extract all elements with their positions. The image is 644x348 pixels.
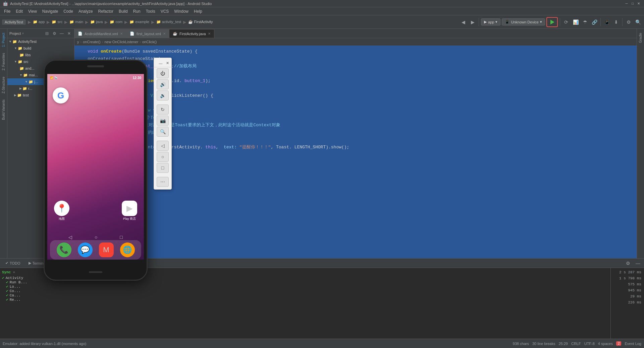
sidebar-tab-structure[interactable]: Z-Structure [1,74,6,96]
search-everywhere-icon[interactable]: 🔍 [634,18,642,26]
event-log-label[interactable]: Event Log [625,342,641,346]
bc-oncreate[interactable]: onCreate() [83,40,101,44]
firstlayout-tab-close[interactable]: ✕ [163,32,166,36]
firstactivity-tab-close[interactable]: ✕ [208,32,211,36]
char-count: 938 chars [513,342,529,346]
status-right: 938 chars 30 line breaks 25:29 CRLF UTF-… [513,341,641,346]
build-close-icon[interactable]: — [634,259,642,267]
back-btn[interactable]: ◁ [157,141,169,151]
device-selector[interactable]: 📱 Unknown Device ▾ [502,18,545,25]
title-bar: 🤖 ActivityTest [E:\Android\ActivityTest]… [0,0,644,7]
menu-file[interactable]: File [1,8,13,14]
sidebar-tab-favorites[interactable]: 2: Favorites [1,50,6,73]
close-button[interactable]: ✕ [636,1,641,6]
recents-btn[interactable]: □ [157,163,169,173]
androidmanifest-tab-icon: 📄 [78,31,83,36]
device-panel-minimize-icon[interactable]: — [158,61,163,66]
tree-item-build[interactable]: ▼ 📁 build [7,45,74,52]
menu-analyze[interactable]: Analyze [76,8,96,14]
playstore-icon-container[interactable]: ▶ Play 商店 [122,201,137,221]
main-body: 1: Project 2: Favorites Z-Structure Buil… [0,29,644,348]
menu-view[interactable]: View [25,8,40,14]
vol-down-btn[interactable]: 🔉 [157,90,169,100]
sidebar-tab-build-variants[interactable]: Build Variants [1,97,6,123]
tree-settings-icon[interactable]: — [59,30,65,37]
coverage-icon[interactable]: ☂ [581,18,589,26]
menu-tools[interactable]: Tools [143,8,158,14]
breadcrumb-main[interactable]: 📁 main [69,20,83,24]
build-settings-icon[interactable]: ⚙ [624,259,632,267]
maximize-button[interactable]: □ [630,1,635,6]
breadcrumb-app[interactable]: 📁 app [33,20,45,24]
gmail-icon[interactable]: M [99,242,114,257]
bc-onclick[interactable]: onClick() [142,40,157,44]
menu-code[interactable]: Code [61,8,76,14]
menu-navigate[interactable]: Navigate [40,8,61,14]
bc-y[interactable]: y [77,40,79,44]
line-ending[interactable]: CRLF [571,342,581,346]
messages-icon[interactable]: 💬 [78,242,93,257]
breadcrumb-example[interactable]: 📁 example [129,20,149,24]
phone-icon[interactable]: 📞 [57,242,71,257]
device-panel-close-icon[interactable]: ✕ [165,61,170,66]
tree-item-activitytest[interactable]: ▼ 📁 ActivityTest [7,38,74,45]
breadcrumb-java[interactable]: 📁 java [90,20,103,24]
avd-icon[interactable]: 📱 [603,18,611,26]
more-btn[interactable]: ⋯ [157,177,169,187]
attach-icon[interactable]: 🔗 [590,18,598,26]
zoom-in-btn[interactable]: 🔍 [157,127,169,137]
tab-todo[interactable]: ✔ TODO [2,259,24,267]
project-dropdown-icon[interactable]: ▾ [22,31,24,35]
recents-nav-btn[interactable]: □ [120,234,122,240]
app-logo-icon: 🤖 [3,1,8,6]
tab-androidmanifest[interactable]: 📄 AndroidManifest.xml ✕ [74,29,126,38]
settings-icon[interactable]: ⚙ [625,18,633,26]
run-config-selector[interactable]: ▶ app ▾ [481,18,500,25]
screenshot-btn[interactable]: 📷 [157,116,169,126]
sidebar-tab-gradle[interactable]: Gradle [638,30,643,46]
sdk-icon[interactable]: ⬇ [612,18,620,26]
phone-speaker [87,65,104,67]
rotate-btn[interactable]: ↻ [157,105,169,115]
vol-up-btn[interactable]: 🔊 [157,79,169,89]
sync-icon[interactable]: ⟳ [562,18,570,26]
tab-firstactivity[interactable]: ☕ FirstActivity.java ✕ [169,29,214,38]
home-nav-btn[interactable]: ○ [95,234,97,240]
maps-icon-container[interactable]: 📍 地图 [54,201,69,221]
sync-close-icon[interactable]: ✕ [13,270,15,274]
project-label[interactable]: ActivityTest [2,19,26,25]
back-nav-btn[interactable]: ◁ [68,234,72,240]
bc-onclicklistener[interactable]: new OnClickListener [104,40,138,44]
charset[interactable]: UTF-8 [584,342,595,346]
tree-close-icon[interactable]: ✕ [66,30,72,37]
run-button[interactable] [546,17,558,27]
back-nav-icon[interactable]: ◀ [459,18,467,26]
tree-item-libs[interactable]: 📁 libs [7,52,74,58]
breadcrumb-activity-test[interactable]: 📁 activity_test [156,20,181,24]
cursor-position[interactable]: 25:29 [558,342,568,346]
indent[interactable]: 4 spaces [598,342,613,346]
menu-help[interactable]: Help [191,8,205,14]
tree-collapse-icon[interactable]: ⊟ [44,30,50,37]
menu-run[interactable]: Run [130,8,143,14]
menu-edit[interactable]: Edit [13,8,25,14]
menu-vcs[interactable]: VCS [158,8,172,14]
forward-nav-icon[interactable]: ▶ [469,18,477,26]
tree-options-icon[interactable]: ⚙ [51,30,57,37]
phone-screen: 📶 📡 12:30 G 📍 地图 ▶ P [47,74,144,260]
breadcrumb-src[interactable]: 📁 src [52,20,62,24]
home-btn[interactable]: ○ [157,152,169,162]
menu-window[interactable]: Window [171,8,191,14]
minimize-button[interactable]: ─ [624,1,629,6]
profile-icon[interactable]: 📊 [572,18,580,26]
menu-refactor[interactable]: Refactor [96,8,116,14]
google-fab[interactable]: G [53,87,69,103]
chrome-icon[interactable]: 🌐 [120,242,135,257]
build-time-2: 1 s 798 ms [613,275,641,281]
breadcrumb-com[interactable]: 📁 com [110,20,122,24]
androidmanifest-tab-close[interactable]: ✕ [120,32,123,36]
power-btn[interactable]: ⏻ [157,68,169,78]
tab-firstlayout[interactable]: 📄 first_layout.xml ✕ [126,29,169,38]
menu-build[interactable]: Build [116,8,130,14]
sidebar-tab-project[interactable]: 1: Project [1,30,6,50]
